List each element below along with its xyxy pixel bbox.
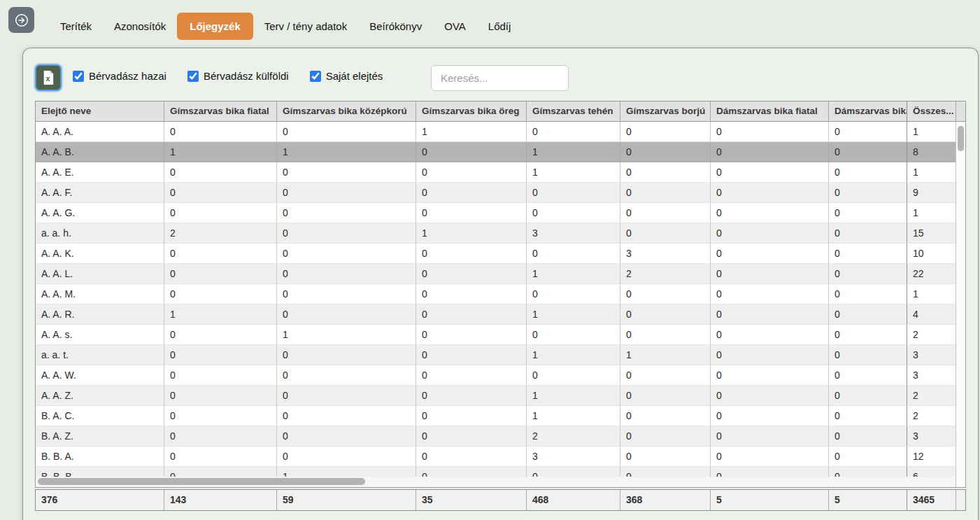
column-total: 468 (527, 490, 620, 510)
checkbox-input[interactable] (187, 71, 199, 82)
cell-row-total: 3 (907, 365, 956, 386)
cell-value: 0 (829, 223, 907, 244)
table-row[interactable]: a. a. h.201300015 (36, 223, 965, 244)
horizontal-scrollbar-thumb[interactable] (38, 478, 365, 485)
cell-value: 0 (620, 223, 711, 244)
tab-azonos-t-k[interactable]: Azonosítók (103, 13, 177, 39)
cell-value: 0 (620, 162, 711, 183)
cell-value: 0 (164, 386, 277, 406)
checkbox-input[interactable] (310, 71, 321, 82)
cell-shooter-name: a. a. h. (36, 223, 164, 244)
tab-ova[interactable]: OVA (433, 13, 477, 39)
cell-value: 0 (829, 244, 907, 264)
cell-value: 0 (711, 345, 829, 365)
cell-value: 0 (620, 365, 711, 386)
column-header[interactable]: Dámszarvas bika fiatal (711, 101, 829, 121)
cell-shooter-name: A. A. A. (36, 122, 164, 142)
cell-shooter-name: A. A. E. (36, 162, 164, 183)
column-header[interactable]: Gímszarvas bika fiatal (164, 101, 277, 121)
column-total: 143 (164, 490, 277, 510)
arrow-right-circle-icon (14, 13, 29, 28)
cell-row-total: 1 (907, 122, 956, 142)
checkbox-label: Bérvadász hazai (89, 70, 166, 82)
search-input[interactable] (431, 65, 569, 91)
vertical-scrollbar[interactable] (956, 122, 965, 487)
table-row[interactable]: a. a. t.00011003 (36, 345, 965, 365)
cell-value: 0 (711, 183, 829, 203)
table-row[interactable]: B. A. Z.00020003 (36, 426, 965, 447)
table-row[interactable]: A. A. A.00100001 (36, 122, 965, 142)
cell-value: 0 (829, 162, 907, 183)
cell-value: 1 (527, 345, 620, 365)
cell-value: 0 (620, 426, 711, 447)
cell-value: 0 (711, 447, 829, 467)
table-row[interactable]: A. A. F.00000009 (36, 183, 965, 203)
cell-row-total: 12 (907, 447, 956, 467)
excel-export-button[interactable]: x (35, 64, 62, 91)
cell-shooter-name: B. A. C. (36, 406, 164, 426)
checkbox-saj-t-elejt-s[interactable]: Saját elejtés (310, 70, 383, 82)
cell-value: 0 (416, 142, 527, 162)
cell-shooter-name: A. A. K. (36, 244, 164, 264)
cell-value: 0 (277, 304, 416, 325)
checkbox-input[interactable] (73, 71, 84, 82)
shooters-table: Elejtő neveGímszarvas bika fiatalGímszar… (35, 101, 966, 511)
cell-value: 0 (829, 284, 907, 304)
cell-value: 0 (829, 325, 907, 345)
tab-l-d-j[interactable]: Lődíj (477, 13, 523, 39)
cell-value: 0 (620, 304, 711, 325)
table-row[interactable]: A. A. R.10010004 (36, 304, 965, 325)
column-header[interactable]: Gímszarvas bika középkorú (277, 101, 416, 121)
tab-l-jegyz-k[interactable]: Lőjegyzék (177, 13, 253, 40)
tab-be-r-k-nyv[interactable]: Beírókönyv (358, 13, 433, 39)
checkbox-b-rvad-sz-k-lf-ldi[interactable]: Bérvadász külföldi (187, 70, 289, 82)
cell-shooter-name: A. A. L. (36, 264, 164, 284)
table-row[interactable]: A. A. W.00000003 (36, 365, 965, 386)
table-row[interactable]: A. A. G.00000001 (36, 203, 965, 223)
checkbox-b-rvad-sz-hazai[interactable]: Bérvadász hazai (73, 70, 166, 82)
sidebar-toggle-button[interactable] (8, 7, 34, 33)
cell-row-total: 8 (907, 142, 956, 162)
horizontal-scrollbar[interactable] (36, 477, 956, 487)
table-row[interactable]: A. A. s.01000002 (36, 325, 965, 345)
cell-value: 0 (829, 122, 907, 142)
cell-row-total: 1 (907, 162, 956, 183)
cell-value: 0 (277, 447, 416, 467)
table-row[interactable]: A. A. Z.00010002 (36, 386, 965, 406)
table-row[interactable]: B. A. C.00010002 (36, 406, 965, 426)
cell-value: 0 (277, 426, 416, 447)
cell-value: 0 (416, 406, 527, 426)
table-row[interactable]: A. A. B.11010008 (36, 142, 965, 162)
table-row[interactable]: A. A. M.00000001 (36, 284, 965, 304)
table-row[interactable]: A. A. L.000120022 (36, 264, 965, 284)
column-total: 5 (711, 490, 829, 510)
column-header[interactable]: Gímszarvas bika öreg (416, 101, 527, 121)
cell-value: 0 (416, 365, 527, 386)
column-header[interactable]: Gímszarvas borjú (620, 101, 711, 121)
cell-value: 0 (416, 447, 527, 467)
cell-value: 0 (711, 325, 829, 345)
cell-value: 3 (620, 244, 711, 264)
table-row[interactable]: A. A. E.00010001 (36, 162, 965, 183)
cell-value: 0 (829, 304, 907, 325)
column-header[interactable]: Elejtő neve (36, 101, 164, 121)
column-header[interactable]: Dámszarvas bika középkorú (829, 101, 907, 121)
cell-value: 0 (416, 244, 527, 264)
vertical-scrollbar-thumb[interactable] (958, 126, 964, 151)
cell-shooter-name: A. A. s. (36, 325, 164, 345)
table-row[interactable]: B. B. A.000300012 (36, 447, 965, 467)
cell-value: 0 (829, 406, 907, 426)
cell-value: 1 (527, 406, 620, 426)
cell-shooter-name: A. A. F. (36, 183, 164, 203)
table-row[interactable]: A. A. K.000030010 (36, 244, 965, 264)
column-header[interactable]: Összes... (907, 101, 956, 121)
cell-row-total: 3 (907, 426, 956, 447)
cell-value: 0 (416, 162, 527, 183)
tab-ter-t-k[interactable]: Teríték (49, 13, 103, 39)
cell-value: 0 (277, 162, 416, 183)
column-header[interactable]: Gímszarvas tehén (527, 101, 620, 121)
cell-shooter-name: A. A. W. (36, 365, 164, 386)
header-scrollbar-filler (956, 101, 965, 121)
table-rows: A. A. A.00100001A. A. B.11010008A. A. E.… (36, 122, 965, 487)
tab-terv-t-ny-adatok[interactable]: Terv / tény adatok (253, 13, 358, 39)
